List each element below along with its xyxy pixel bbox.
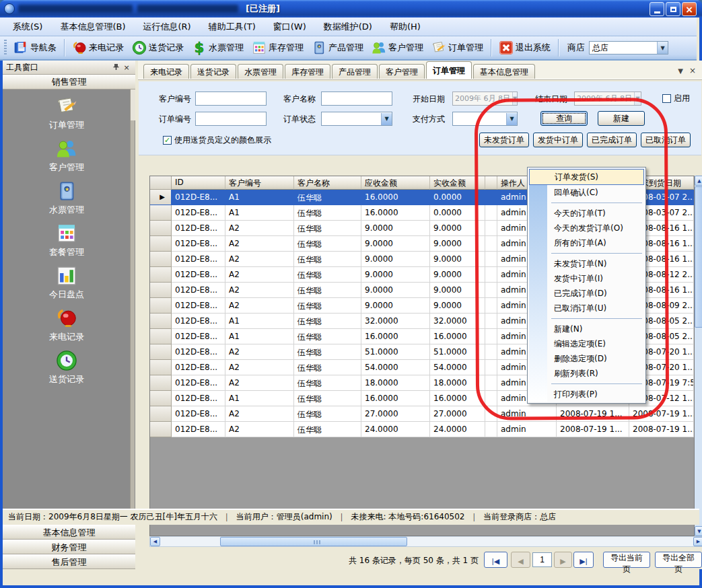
tab-订单管理[interactable]: 订单管理 bbox=[426, 61, 472, 79]
page-number-input[interactable] bbox=[532, 552, 552, 567]
sidebar-scrollbar[interactable] bbox=[130, 89, 135, 510]
pager-last-button[interactable]: ▶| bbox=[573, 552, 594, 568]
sidebar-section-sales[interactable]: 销售管理 bbox=[3, 75, 135, 89]
context-menu-item-刷新列表(R)[interactable]: 刷新列表(R) bbox=[529, 366, 644, 381]
tab-水票管理[interactable]: 水票管理 bbox=[238, 64, 283, 79]
toolbar-button-订单管理[interactable]: 订单管理 bbox=[427, 38, 487, 57]
status-filter-button-未发货订单[interactable]: 未发货订单 bbox=[479, 133, 529, 147]
scroll-down-icon[interactable]: ▼ bbox=[695, 526, 702, 536]
maximize-button[interactable] bbox=[666, 2, 680, 16]
shop-combobox[interactable]: 总店▼ bbox=[589, 41, 668, 54]
cell-id: 012D-E8... bbox=[172, 283, 225, 298]
export-all-pages-button[interactable]: 导出全部页 bbox=[655, 552, 702, 568]
table-row[interactable]: 012D-E8...A2伍华聪27.000027.0000admin2008-0… bbox=[150, 406, 694, 422]
status-filter-button-已取消订单[interactable]: 已取消订单 bbox=[641, 133, 691, 147]
context-menu-item-新建(N)[interactable]: 新建(N) bbox=[529, 322, 644, 336]
context-menu-item-发货中订单(I)[interactable]: 发货中订单(I) bbox=[529, 271, 644, 286]
pay-method-combo[interactable]: ▼ bbox=[452, 112, 518, 126]
sidebar-section-基本信息管理[interactable]: 基本信息管理 bbox=[3, 525, 135, 540]
context-menu-item-订单发货(S)[interactable]: 订单发货(S) bbox=[529, 169, 644, 185]
menubar-item[interactable]: 帮助(H) bbox=[381, 17, 429, 36]
column-header-实收金额[interactable]: 实收金额 bbox=[430, 176, 485, 190]
tab-产品管理[interactable]: 产品管理 bbox=[332, 64, 378, 79]
context-menu-item-未发货订单(N)[interactable]: 未发货订单(N) bbox=[529, 256, 644, 271]
sidebar-close-icon[interactable]: × bbox=[121, 63, 132, 73]
vertical-scroll-thumb[interactable] bbox=[695, 186, 702, 328]
sidebar-section-财务管理[interactable]: 财务管理 bbox=[3, 540, 135, 554]
customer-name-input[interactable] bbox=[321, 91, 392, 106]
sidebar-item-订单管理[interactable]: 订单管理 bbox=[3, 96, 131, 131]
order-no-input[interactable] bbox=[195, 112, 267, 126]
context-menu-item-已完成订单(D)[interactable]: 已完成订单(D) bbox=[529, 286, 644, 301]
sidebar-section-售后管理[interactable]: 售后管理 bbox=[3, 554, 135, 569]
toolbar-button-送货记录[interactable]: 送货记录 bbox=[128, 38, 188, 57]
menubar-item[interactable]: 运行信息(R) bbox=[134, 17, 199, 36]
sidebar-item-来电记录[interactable]: 来电记录 bbox=[3, 307, 131, 343]
table-row[interactable]: 012D-E8...A2伍华聪24.000024.0000admin2008-0… bbox=[150, 422, 694, 437]
tab-送货记录[interactable]: 送货记录 bbox=[190, 64, 236, 79]
column-header-blank[interactable] bbox=[150, 176, 172, 190]
menubar-item[interactable]: 基本信息管理(B) bbox=[51, 17, 134, 36]
query-button[interactable]: 查询 bbox=[540, 111, 588, 126]
menubar-item[interactable]: 系统(S) bbox=[4, 17, 51, 36]
tab-close-icon[interactable]: × bbox=[687, 65, 698, 76]
customer-no-input[interactable] bbox=[195, 91, 267, 106]
status-filter-button-发货中订单[interactable]: 发货中订单 bbox=[533, 133, 583, 147]
toolbar-button-库存管理[interactable]: 库存管理 bbox=[248, 38, 308, 57]
context-menu-item-打印列表(P)[interactable]: 打印列表(P) bbox=[529, 387, 644, 402]
status-filter-button-已完成订单[interactable]: 已完成订单 bbox=[587, 133, 637, 147]
scroll-up-icon[interactable]: ▲ bbox=[695, 176, 702, 186]
cell-receivable: 9.0000 bbox=[361, 283, 430, 298]
chart-icon bbox=[56, 265, 77, 287]
context-menu-item-今天的订单(T)[interactable]: 今天的订单(T) bbox=[529, 206, 644, 221]
toolbar-button-导航条[interactable]: 导航条 bbox=[9, 38, 61, 57]
pin-icon[interactable] bbox=[110, 63, 121, 73]
context-menu-item-编辑选定项(E)[interactable]: 编辑选定项(E) bbox=[529, 336, 644, 351]
enable-checkbox[interactable]: 启用 bbox=[662, 91, 690, 105]
sidebar-item-水票管理[interactable]: ★水票管理 bbox=[3, 180, 131, 216]
context-menu-item-已取消订单(U)[interactable]: 已取消订单(U) bbox=[529, 301, 644, 316]
scroll-left-icon[interactable]: ◀ bbox=[150, 537, 160, 546]
context-menu-item-今天的发货订单(O)[interactable]: 今天的发货订单(O) bbox=[529, 221, 644, 235]
toolbar-button-水票管理[interactable]: $水票管理 bbox=[188, 38, 248, 57]
tab-来电记录[interactable]: 来电记录 bbox=[143, 64, 189, 79]
horizontal-scrollbar[interactable]: ◀ ▶ bbox=[149, 536, 702, 547]
context-menu-item-删除选定项(D)[interactable]: 删除选定项(D) bbox=[529, 351, 644, 366]
tab-库存管理[interactable]: 库存管理 bbox=[285, 64, 330, 79]
tab-客户管理[interactable]: 客户管理 bbox=[379, 64, 425, 79]
toolbar-grip[interactable] bbox=[4, 40, 7, 56]
sidebar-item-套餐管理[interactable]: 套餐管理 bbox=[3, 223, 131, 258]
vertical-scrollbar[interactable]: ▲ ▼ bbox=[695, 176, 702, 536]
scroll-right-icon[interactable]: ▶ bbox=[693, 537, 702, 546]
order-status-combo[interactable]: ▼ bbox=[321, 112, 392, 126]
horizontal-scroll-thumb[interactable] bbox=[220, 537, 407, 546]
context-menu-item-回单确认(C)[interactable]: 回单确认(C) bbox=[529, 185, 644, 200]
pager-first-button[interactable]: |◀ bbox=[484, 552, 507, 568]
column-header-blank[interactable] bbox=[485, 176, 497, 190]
menubar-item[interactable]: 数据维护(D) bbox=[315, 17, 381, 36]
new-button[interactable]: 新建 bbox=[598, 111, 645, 126]
sidebar-item-今日盘点[interactable]: 今日盘点 bbox=[3, 265, 131, 301]
menubar-item[interactable]: 窗口(W) bbox=[265, 17, 315, 36]
column-header-客户名称[interactable]: 客户名称 bbox=[294, 176, 361, 190]
tab-list-dropdown-icon[interactable]: ▼ bbox=[675, 65, 686, 76]
minimize-button[interactable] bbox=[650, 2, 664, 16]
toolbar-button-退出系统[interactable]: 退出系统 bbox=[495, 38, 555, 57]
end-date-picker[interactable]: 2009年 6月 8日▼ bbox=[574, 91, 641, 106]
sidebar-item-送货记录[interactable]: 送货记录 bbox=[3, 350, 131, 385]
toolbar-button-产品管理[interactable]: ★产品管理 bbox=[308, 38, 367, 57]
toolbar-button-客户管理[interactable]: 客户管理 bbox=[367, 38, 427, 57]
tab-基本信息管理[interactable]: 基本信息管理 bbox=[473, 64, 535, 79]
toolbar-button-label: 客户管理 bbox=[388, 42, 423, 54]
column-header-ID[interactable]: ID bbox=[172, 176, 225, 190]
column-header-应收金额[interactable]: 应收金额 bbox=[361, 176, 430, 190]
export-current-page-button[interactable]: 导出当前页 bbox=[603, 552, 650, 568]
start-date-picker[interactable]: 2009年 6月 8日▼ bbox=[452, 91, 518, 106]
toolbar-button-来电记录[interactable]: 来电记录 bbox=[68, 38, 128, 57]
menubar-item[interactable]: 辅助工具(T) bbox=[200, 17, 265, 36]
close-button[interactable]: × bbox=[682, 2, 697, 16]
delivery-color-checkbox[interactable]: ✓ 使用送货员定义的颜色展示 bbox=[163, 133, 271, 147]
sidebar-item-客户管理[interactable]: 客户管理 bbox=[3, 138, 131, 174]
context-menu-item-所有的订单(A)[interactable]: 所有的订单(A) bbox=[529, 235, 644, 250]
column-header-客户编号[interactable]: 客户编号 bbox=[225, 176, 294, 190]
